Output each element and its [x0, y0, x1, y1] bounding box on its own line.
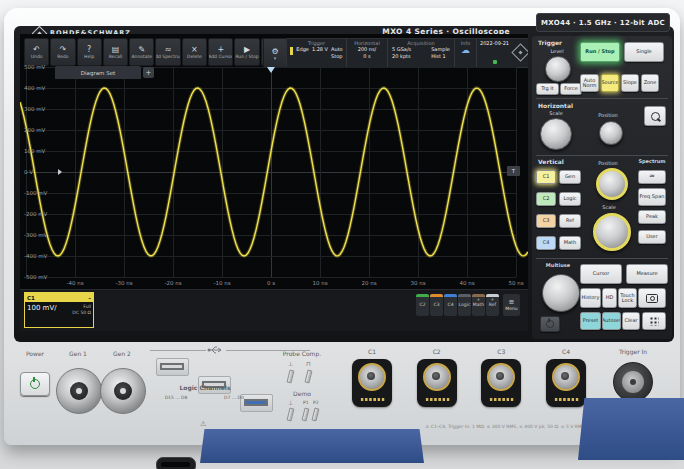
toolbar-button-icon: ▶ [244, 45, 250, 54]
channel-c1-badge[interactable]: C1 – 100 mV/ Full DC 50 Ω [24, 292, 94, 328]
time-tick-label: -30 ns [109, 280, 139, 286]
channel-display-button[interactable]: C2 [416, 294, 429, 316]
channel-key[interactable]: C2 [536, 192, 556, 206]
zoom-button[interactable] [644, 106, 666, 126]
voltage-tick-label: -200 mV [24, 209, 58, 219]
spectrum-button[interactable]: ≈ [638, 170, 666, 184]
spectrum-section-label: Spectrum [636, 158, 668, 164]
trigger-level-marker[interactable]: T [507, 166, 520, 176]
channel-color-stripe [416, 294, 429, 297]
menu-button[interactable]: ≡ Menu [503, 294, 520, 316]
trig-it-button[interactable]: Trg It [536, 83, 559, 95]
channel-input-label: C2 [433, 348, 441, 355]
voltage-tick-label: 0 V [24, 167, 58, 177]
toolbar-button[interactable]: ✎ Annotate [129, 38, 154, 66]
channel-display-button[interactable]: C4 [444, 294, 457, 316]
aux-key[interactable]: Gen [559, 170, 581, 184]
channel-key[interactable]: C4 [536, 236, 556, 250]
channel-inputs: C1 C2 C3 C4 [352, 348, 586, 420]
vertical-scale-knob[interactable] [593, 213, 631, 251]
voltage-tick-label: 500 mV [24, 62, 58, 72]
section-divider [536, 98, 668, 99]
tab-diagram-set[interactable]: Diagram Set [55, 66, 141, 79]
demo-p2-label: P2 [313, 400, 319, 405]
time-tick-label: 10 ns [305, 280, 335, 286]
trigger-position-marker[interactable] [267, 67, 275, 73]
time-tick-label: -40 ns [60, 280, 90, 286]
max-input-warning-text: ⚠ C1–C4, Trigger In: 1 MΩ: ≤ 300 V RMS; … [400, 424, 610, 429]
history-status: Hist 1 [431, 53, 450, 60]
autoset-button[interactable]: Autoset [602, 312, 621, 330]
channel-input-label: C1 [368, 348, 376, 355]
auto-norm-button[interactable]: Auto Norm [580, 74, 599, 92]
touch-lock-button[interactable]: Touch Lock [618, 288, 637, 308]
channel-display-button[interactable]: C3 [430, 294, 443, 316]
record-length: 20 kpts [392, 53, 411, 60]
voltage-tick-label: -100 mV [24, 188, 58, 198]
channel-key[interactable]: C3 [536, 214, 556, 228]
time-tick-label: 50 ns [501, 280, 528, 286]
single-button[interactable]: Single [624, 42, 664, 62]
toolbar-button[interactable]: ? Help [77, 38, 102, 66]
trigger-in-bnc-connector [613, 362, 653, 402]
voltage-tick-label: 100 mV [24, 146, 58, 156]
waveform-diagram[interactable] [20, 67, 528, 278]
logic-low-label: D7 ... D0 [210, 395, 258, 400]
channel-display-button[interactable]: Logic [458, 294, 471, 316]
time-tick-label: -10 ns [207, 280, 237, 286]
screenshot-button[interactable] [638, 288, 666, 308]
channel-color-stripe [458, 294, 471, 297]
aux-key[interactable]: Ref [559, 214, 581, 228]
force-trigger-button[interactable]: Force [560, 83, 582, 95]
multiuse-label: Multiuse [540, 262, 576, 268]
section-divider [536, 258, 668, 259]
c1-badge-collapse[interactable]: – [88, 295, 91, 301]
power-button[interactable] [20, 372, 50, 396]
preset-button[interactable]: Preset [580, 312, 601, 330]
vertical-position-knob[interactable] [596, 168, 628, 200]
info-button[interactable]: Info ☁ [455, 39, 477, 67]
user-button[interactable]: User [638, 230, 666, 244]
chevron-down-icon: ▾ [274, 56, 277, 60]
trigger-source-button[interactable]: Source [601, 74, 619, 92]
acquisition-status-group[interactable]: Acquisition 5 GSa/s 20 kpts Sample Hist … [388, 39, 455, 67]
trigger-slope-button[interactable]: Slope [621, 74, 639, 92]
usb-port [156, 358, 189, 376]
horizontal-scale-knob[interactable] [540, 118, 572, 150]
apps-button[interactable] [642, 312, 666, 330]
hd-mode-button[interactable]: HD [602, 288, 617, 308]
channel-bnc-connector [481, 359, 521, 407]
toolbar-button-icon: ✎ [138, 45, 145, 54]
time-tick-label: 0 s [256, 280, 286, 286]
toolbar-button[interactable]: ▤ Recall [103, 38, 128, 66]
toolbar-button[interactable]: × Delete [182, 38, 207, 66]
gen1-bnc-connector [56, 368, 102, 414]
freq-span-button[interactable]: Freq Span [638, 188, 666, 206]
measure-button[interactable]: Measure [626, 264, 668, 284]
standby-button[interactable] [540, 316, 560, 332]
cursor-button[interactable]: Cursor [580, 264, 622, 284]
trigger-status-group[interactable]: Trigger Edge 1.28 V Auto Stop [287, 39, 347, 67]
peak-button[interactable]: Peak [638, 210, 666, 224]
channel-key[interactable]: C1 [536, 170, 556, 184]
toolbar-button[interactable]: ▶ Run / Stop [234, 38, 259, 66]
toolbar-settings-button[interactable]: ⚙ ▾ [263, 38, 287, 68]
toolbar-button[interactable]: ≈ Add Spectrum [155, 38, 180, 66]
aux-key[interactable]: Math [559, 236, 581, 250]
channel-display-button[interactable]: + Math [472, 294, 485, 316]
zone-trigger-button[interactable]: Zone [641, 74, 659, 92]
aux-key[interactable]: Logic [559, 192, 581, 206]
add-tab-button[interactable]: + [143, 67, 154, 78]
multiuse-knob[interactable] [542, 274, 580, 312]
toolbar-button[interactable]: + Add Cursor [208, 38, 233, 66]
horizontal-status-group[interactable]: Horizontal 200 ns/ 0 s [347, 39, 388, 67]
trigger-level-knob[interactable] [545, 56, 571, 82]
clear-button[interactable]: Clear [622, 312, 640, 330]
date-group: 2022-09-21 [477, 39, 512, 67]
horizontal-position-knob[interactable] [599, 121, 623, 145]
run-stop-button[interactable]: Run / Stop [580, 42, 620, 62]
probe-comp-label: Probe Comp. [276, 350, 328, 357]
history-button[interactable]: History [580, 288, 601, 308]
touch-screen[interactable]: ↶ Undo ↷ Redo ? Help ▤ Recall [20, 34, 528, 331]
channel-display-button[interactable]: + Ref [486, 294, 499, 316]
